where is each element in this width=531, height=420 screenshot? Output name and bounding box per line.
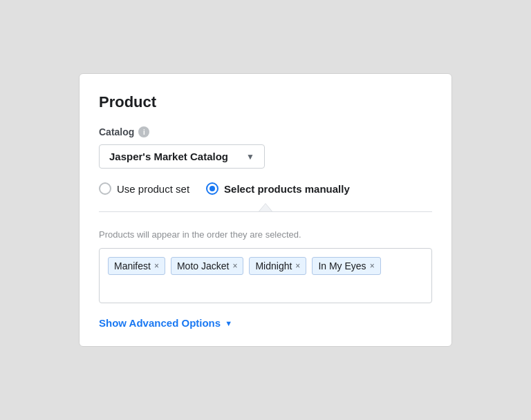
product-tag-name: Midnight: [255, 260, 292, 271]
product-tag-name: In My Eyes: [318, 260, 366, 271]
catalog-label-text: Catalog: [99, 126, 134, 137]
product-tag-remove-icon[interactable]: ×: [154, 262, 159, 270]
catalog-label: Catalog i: [99, 126, 432, 137]
helper-text: Products will appear in the order they a…: [99, 229, 432, 240]
radio-circle-use-product-set: [99, 182, 111, 195]
product-tag: Manifest×: [108, 257, 165, 275]
products-box[interactable]: Manifest×Moto Jacket×Midnight×In My Eyes…: [99, 248, 432, 303]
catalog-dropdown[interactable]: Jasper's Market Catalog ▼: [99, 144, 265, 169]
product-tag-remove-icon[interactable]: ×: [232, 262, 237, 270]
product-card: Product Catalog i Jasper's Market Catalo…: [79, 73, 452, 347]
product-tag-name: Manifest: [114, 260, 151, 271]
advanced-options-chevron-icon: ▼: [225, 319, 232, 327]
radio-label-use-product-set: Use product set: [117, 183, 189, 195]
catalog-info-icon[interactable]: i: [138, 126, 149, 137]
product-selection-radio-group: Use product set Select products manually: [99, 182, 432, 195]
divider-triangle: [259, 203, 272, 211]
product-tag: Midnight×: [249, 257, 306, 275]
section-divider: [99, 204, 432, 218]
radio-label-select-manually: Select products manually: [224, 183, 350, 195]
radio-use-product-set[interactable]: Use product set: [99, 182, 189, 195]
catalog-dropdown-chevron-icon: ▼: [246, 152, 254, 162]
divider-line: [99, 211, 432, 212]
radio-circle-select-manually: [206, 182, 218, 195]
product-tag: In My Eyes×: [312, 257, 380, 275]
product-tag-remove-icon[interactable]: ×: [295, 262, 300, 270]
product-tag: Moto Jacket×: [171, 257, 244, 275]
advanced-options-label: Show Advanced Options: [99, 317, 221, 329]
radio-select-manually[interactable]: Select products manually: [206, 182, 350, 195]
product-tag-name: Moto Jacket: [177, 260, 229, 271]
catalog-dropdown-value: Jasper's Market Catalog: [109, 151, 228, 162]
show-advanced-options-link[interactable]: Show Advanced Options ▼: [99, 317, 232, 329]
product-tag-remove-icon[interactable]: ×: [370, 262, 375, 270]
page-title: Product: [99, 93, 432, 111]
